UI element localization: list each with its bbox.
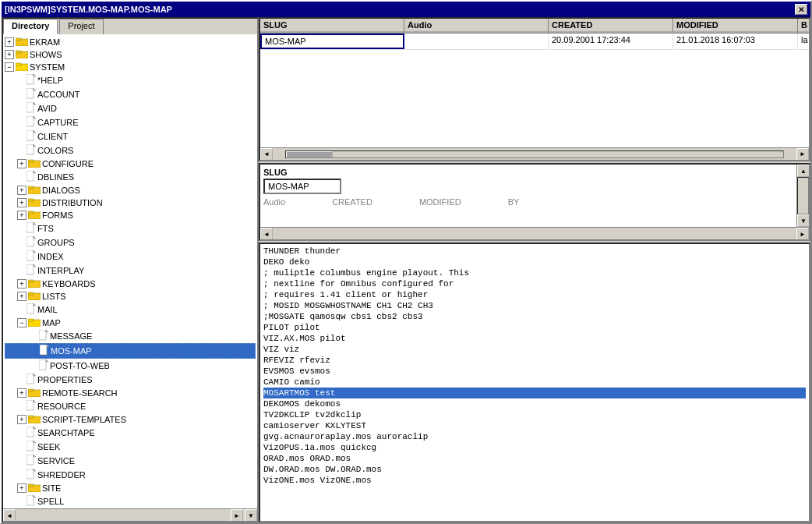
expand-icon-distribution[interactable]: + <box>17 198 26 207</box>
grid-cell-modified: 21.01.2018 16:07:03 <box>673 34 798 49</box>
tree-item-help[interactable]: *HELP <box>5 73 256 87</box>
hscroll-right[interactable]: ► <box>796 148 809 161</box>
tab-directory[interactable]: Directory <box>3 19 58 34</box>
tree-area[interactable]: + EKRAM+ SHOWS− SYSTEM *HELP ACCOUNT AVI… <box>3 34 257 508</box>
doc-icon <box>26 400 36 412</box>
text-line: TV2DKCLIP tv2dkclip <box>263 409 806 420</box>
tree-item-spell[interactable]: SPELL <box>5 494 256 508</box>
doc-svg <box>26 495 36 506</box>
left-scrollbar[interactable]: ◄ ► ▼ <box>3 508 257 521</box>
tree-item-client[interactable]: CLIENT <box>5 129 256 143</box>
svg-marker-63 <box>46 359 48 362</box>
tree-item-capture[interactable]: CAPTURE <box>5 115 256 129</box>
doc-icon <box>26 222 36 235</box>
grid-col-audio[interactable]: Audio <box>404 19 549 33</box>
tree-item-resource[interactable]: RESOURCE <box>5 399 256 413</box>
expand-icon-remote-search[interactable]: + <box>17 388 26 398</box>
tree-item-avid[interactable]: AVID <box>5 101 256 115</box>
close-button[interactable]: ✕ <box>795 4 807 15</box>
tree-item-post-to-web[interactable]: POST-TO-WEB <box>5 359 256 373</box>
expand-icon-keyboards[interactable]: + <box>17 279 26 289</box>
text-line: DEKOMOS dekomos <box>263 398 806 409</box>
expand-icon-site[interactable]: + <box>17 483 26 493</box>
tree-item-searchtape[interactable]: SEARCHTAPE <box>5 426 256 440</box>
doc-svg <box>26 441 36 451</box>
title-bar: [IN3PSWM]SYSTEM.MOS-MAP.MOS-MAP ✕ <box>2 2 810 17</box>
tree-item-shows[interactable]: + SHOWS <box>5 48 256 61</box>
tree-item-mos-map[interactable]: MOS-MAP <box>5 343 256 359</box>
folder-svg <box>28 158 41 168</box>
tree-item-site[interactable]: + SITE <box>5 482 256 494</box>
doc-icon <box>26 171 36 183</box>
folder-svg <box>28 291 41 300</box>
tree-item-lists[interactable]: + LISTS <box>5 290 256 303</box>
tree-item-ekram[interactable]: + EKRAM <box>5 36 256 48</box>
expand-icon-ekram[interactable]: + <box>5 37 14 47</box>
vscroll-down[interactable]: ▼ <box>797 214 809 227</box>
grid-col-modified[interactable]: MODIFIED <box>673 19 798 33</box>
tree-item-map[interactable]: − MAP <box>5 317 256 329</box>
detail-hscroll-left[interactable]: ◄ <box>260 228 273 240</box>
tree-label-dialogs: DIALOGS <box>42 186 80 195</box>
scroll-left-btn[interactable]: ◄ <box>3 509 16 522</box>
slug-label: SLUG <box>263 168 793 177</box>
detail-vscrollbar[interactable]: ▲ ▼ <box>796 165 809 227</box>
scroll-down-btn[interactable]: ▼ <box>245 509 257 522</box>
tree-item-mail[interactable]: MAIL <box>5 303 256 317</box>
detail-hscrollbar[interactable]: ◄ ► <box>260 227 809 239</box>
tree-item-account[interactable]: ACCOUNT <box>5 87 256 101</box>
hscroll-left[interactable]: ◄ <box>260 148 273 161</box>
tree-item-seek[interactable]: SEEK <box>5 440 256 454</box>
tree-item-keyboards[interactable]: + KEYBOARDS <box>5 278 256 290</box>
tab-project[interactable]: Project <box>59 19 103 34</box>
expand-icon-configure[interactable]: + <box>17 159 26 168</box>
hscroll-track <box>285 150 784 158</box>
expand-icon-lists[interactable]: + <box>17 292 26 301</box>
grid-col-b[interactable]: B <box>798 19 810 33</box>
doc-svg <box>26 130 36 141</box>
tree-item-colors[interactable]: COLORS <box>5 143 256 158</box>
doc-svg <box>40 345 49 356</box>
folder-icon <box>28 483 41 494</box>
scroll-right-btn[interactable]: ► <box>231 509 243 522</box>
text-line: VizONE.mos VizONE.mos <box>263 475 806 486</box>
tree-item-groups[interactable]: GROUPS <box>5 235 256 250</box>
tree-item-service[interactable]: SERVICE <box>5 454 256 468</box>
table-row[interactable]: MOS-MAP20.09.2001 17:23:4421.01.2018 16:… <box>260 34 809 50</box>
expand-icon-system[interactable]: − <box>5 62 14 72</box>
expand-icon-forms[interactable]: + <box>17 211 26 220</box>
expand-icon-map[interactable]: − <box>17 318 26 328</box>
expand-icon-dialogs[interactable]: + <box>17 186 26 195</box>
grid-col-slug[interactable]: SLUG <box>260 19 404 33</box>
tree-item-index[interactable]: INDEX <box>5 250 256 264</box>
tree-item-dblines[interactable]: DBLINES <box>5 170 256 184</box>
expand-icon-shows[interactable]: + <box>5 50 14 59</box>
text-body[interactable]: THUNDER thunderDEKO deko; muliptle colum… <box>260 244 809 521</box>
doc-icon <box>26 144 36 157</box>
svg-marker-66 <box>34 374 36 376</box>
hscroll-thumb[interactable] <box>286 151 333 158</box>
top-grid-hscrollbar[interactable]: ◄ ► <box>260 147 809 160</box>
tree-item-fts[interactable]: FTS <box>5 221 256 235</box>
tree-item-system[interactable]: − SYSTEM <box>5 61 256 73</box>
tree-item-distribution[interactable]: + DISTRIBUTION <box>5 196 256 209</box>
tree-item-script-templates[interactable]: + SCRIPT-TEMPLATES <box>5 413 256 426</box>
folder-svg <box>16 37 28 46</box>
vscroll-up[interactable]: ▲ <box>797 165 809 177</box>
tree-item-properties[interactable]: PROPERTIES <box>5 373 256 387</box>
tree-item-configure[interactable]: + CONFIGURE <box>5 158 256 170</box>
tree-item-dialogs[interactable]: + DIALOGS <box>5 184 256 196</box>
tree-item-interplay[interactable]: INTERPLAY <box>5 264 256 278</box>
tree-label-properties: PROPERTIES <box>37 375 93 384</box>
tree-item-shredder[interactable]: SHREDDER <box>5 468 256 482</box>
tree-item-remote-search[interactable]: + REMOTE-SEARCH <box>5 387 256 399</box>
tree-item-message[interactable]: MESSAGE <box>5 329 256 343</box>
grid-body[interactable]: MOS-MAP20.09.2001 17:23:4421.01.2018 16:… <box>260 34 809 147</box>
folder-icon <box>28 158 41 169</box>
tree-item-forms[interactable]: + FORMS <box>5 209 256 221</box>
expand-icon-script-templates[interactable]: + <box>17 415 26 424</box>
svg-marker-57 <box>46 330 48 332</box>
tree-label-account: ACCOUNT <box>37 90 79 99</box>
detail-hscroll-right[interactable]: ► <box>796 228 809 240</box>
grid-col-created[interactable]: CREATED <box>549 19 673 33</box>
